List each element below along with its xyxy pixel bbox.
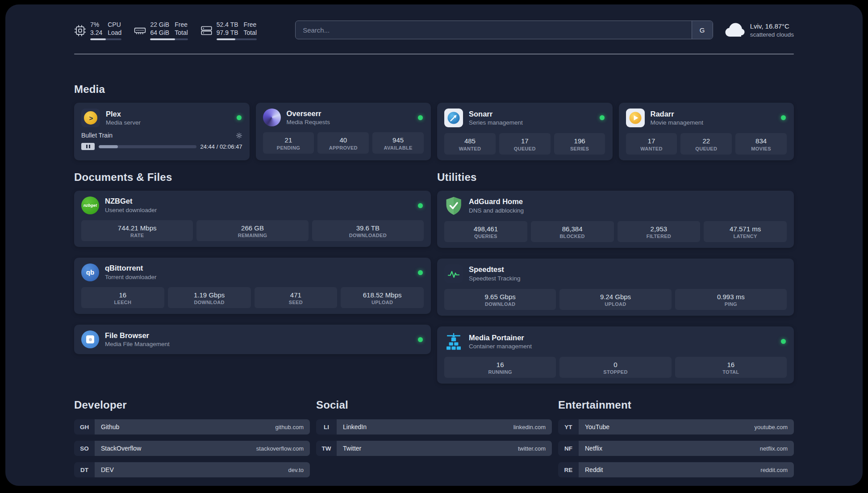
memory-label-bottom: Total bbox=[175, 29, 188, 37]
stat-label: QUEUED bbox=[682, 146, 730, 151]
stat-label: TOTAL bbox=[677, 369, 785, 375]
bookmark-linkedin[interactable]: LI LinkedIn linkedin.com bbox=[316, 419, 552, 435]
bookmark-twitter[interactable]: TW Twitter twitter.com bbox=[316, 441, 552, 456]
status-dot bbox=[418, 115, 423, 120]
stat-label: REMAINING bbox=[198, 233, 306, 238]
cpu-percent: 7% bbox=[90, 21, 102, 29]
service-card-qbittorrent[interactable]: qb qBittorrent Torrent downloader 16 bbox=[74, 258, 431, 314]
bookmarks-social: Social LI LinkedIn linkedin.com TW Twitt… bbox=[316, 399, 552, 456]
topbar-divider bbox=[74, 54, 794, 54]
card-header: Media Portainer Container management bbox=[444, 332, 787, 351]
playback-row: 24:44 / 02:06:47 bbox=[81, 143, 242, 150]
service-card-plex[interactable]: > Plex Media server Bullet Train bbox=[74, 103, 250, 160]
memory-progress-bar bbox=[150, 38, 188, 40]
stat-label: QUEUED bbox=[501, 146, 549, 151]
cpu-progress-bar bbox=[90, 38, 121, 40]
bookmark-domain: youtube.com bbox=[755, 424, 788, 430]
card-titles: AdGuard Home DNS and adblocking bbox=[469, 197, 524, 214]
service-card-filebrowser[interactable]: File Browser Media File Management bbox=[74, 325, 431, 354]
stats-row: 21 PENDING 40 APPROVED 945 AVAILABLE bbox=[263, 132, 424, 153]
service-card-adguard[interactable]: AdGuard Home DNS and adblocking 498,461 … bbox=[437, 191, 794, 248]
stat-value: 744.21 Mbps bbox=[83, 224, 191, 233]
bookmark-github[interactable]: GH Github github.com bbox=[74, 419, 310, 435]
gear-icon[interactable] bbox=[236, 132, 242, 139]
stat-label: MOVIES bbox=[737, 146, 785, 151]
search-provider-button[interactable]: G bbox=[692, 21, 713, 39]
bookmark-list: GH Github github.com SO StackOverflow st… bbox=[74, 419, 310, 477]
sonarr-icon bbox=[444, 109, 463, 127]
card-subtitle: DNS and adblocking bbox=[469, 207, 524, 215]
service-card-speedtest[interactable]: Speedtest Speedtest Tracking 9.65 Gbps D… bbox=[437, 259, 794, 316]
status-dot bbox=[418, 203, 423, 208]
card-title: File Browser bbox=[105, 331, 170, 340]
now-playing-widget: Bullet Train bbox=[81, 132, 242, 150]
utilities-section: Utilities bbox=[437, 171, 794, 384]
memory-icon bbox=[134, 25, 146, 37]
disk-label-bottom: Total bbox=[244, 29, 257, 37]
bookmark-abbr: YT bbox=[558, 419, 579, 435]
section-title-utilities: Utilities bbox=[437, 171, 794, 184]
stat-value: 39.6 TB bbox=[314, 224, 422, 233]
bookmark-domain: netflix.com bbox=[760, 445, 788, 452]
weather-widget: Lviv, 16.87°C scattered clouds bbox=[725, 22, 794, 39]
bookmark-abbr: RE bbox=[558, 462, 579, 477]
overseerr-icon bbox=[263, 109, 281, 126]
card-titles: Overseerr Media Requests bbox=[287, 109, 330, 126]
stat-label: QUERIES bbox=[446, 234, 526, 239]
stat-value: 266 GB bbox=[198, 224, 306, 233]
card-title: Sonarr bbox=[469, 109, 523, 119]
card-titles: Plex Media server bbox=[106, 109, 141, 127]
utilities-cards: AdGuard Home DNS and adblocking 498,461 … bbox=[437, 191, 794, 384]
search-input[interactable] bbox=[296, 21, 692, 39]
service-card-radarr[interactable]: Radarr Movie management 17 WANTED 22 QUE… bbox=[619, 103, 794, 160]
stat-value: 17 bbox=[628, 137, 676, 146]
stat-tile: 471 SEED bbox=[255, 287, 338, 308]
weather-text: Lviv, 16.87°C scattered clouds bbox=[750, 22, 794, 39]
plex-icon: > bbox=[81, 109, 100, 127]
stat-value: 17 bbox=[501, 137, 549, 146]
stat-value: 485 bbox=[446, 137, 494, 146]
bookmark-name: Netflix bbox=[585, 445, 602, 452]
playback-progress-bar bbox=[99, 145, 196, 148]
service-card-portainer[interactable]: Media Portainer Container management 16 … bbox=[437, 326, 794, 384]
stat-tile: 2,953 FILTERED bbox=[618, 221, 701, 242]
bookmark-reddit[interactable]: RE Reddit reddit.com bbox=[558, 462, 794, 477]
stat-label: WANTED bbox=[446, 146, 494, 151]
service-card-sonarr[interactable]: Sonarr Series management 485 WANTED 17 Q… bbox=[437, 103, 613, 160]
card-header: Speedtest Speedtest Tracking bbox=[444, 264, 787, 283]
cpu-progress-fill bbox=[90, 38, 106, 40]
bookmark-youtube[interactable]: YT YouTube youtube.com bbox=[558, 419, 794, 435]
card-title: NZBGet bbox=[105, 196, 157, 206]
bookmark-dev[interactable]: DT DEV dev.to bbox=[74, 462, 310, 477]
bookmark-list: LI LinkedIn linkedin.com TW Twitter twit… bbox=[316, 419, 552, 456]
stats-row: 17 WANTED 22 QUEUED 834 MOVIES bbox=[626, 133, 787, 154]
section-title-developer: Developer bbox=[74, 399, 310, 411]
card-subtitle: Speedtest Tracking bbox=[469, 275, 521, 283]
service-card-nzbget[interactable]: nzbget NZBGet Usenet downloader 744.21 M… bbox=[74, 191, 431, 247]
stat-tile: 0 STOPPED bbox=[559, 357, 671, 378]
card-titles: Sonarr Series management bbox=[469, 109, 523, 127]
card-title: Media Portainer bbox=[469, 333, 532, 343]
stat-value: 945 bbox=[374, 136, 422, 145]
card-subtitle: Usenet downloader bbox=[105, 206, 157, 214]
stat-value: 21 bbox=[265, 136, 313, 145]
cloud-icon bbox=[725, 22, 745, 39]
bookmark-name: Github bbox=[101, 423, 119, 430]
stat-value: 1.19 Gbps bbox=[170, 291, 249, 300]
stat-label: PING bbox=[677, 301, 785, 307]
stats-row: 16 LEECH 1.19 Gbps DOWNLOAD 471 SEED bbox=[81, 287, 424, 308]
bookmark-abbr: SO bbox=[74, 441, 95, 456]
speedtest-icon bbox=[444, 264, 463, 283]
card-subtitle: Media server bbox=[106, 119, 141, 127]
stat-value: 471 bbox=[256, 291, 336, 300]
bookmark-name: Reddit bbox=[585, 466, 603, 473]
card-subtitle: Container management bbox=[469, 343, 532, 351]
card-titles: NZBGet Usenet downloader bbox=[105, 196, 157, 214]
bookmark-stackoverflow[interactable]: SO StackOverflow stackoverflow.com bbox=[74, 441, 310, 456]
card-subtitle: Series management bbox=[469, 119, 523, 127]
stats-row: 16 RUNNING 0 STOPPED 16 TOTAL bbox=[444, 357, 787, 378]
stats-row: 9.65 Gbps DOWNLOAD 9.24 Gbps UPLOAD 0.99… bbox=[444, 289, 787, 310]
memory-progress-fill bbox=[150, 38, 175, 40]
bookmark-netflix[interactable]: NF Netflix netflix.com bbox=[558, 441, 794, 456]
service-card-overseerr[interactable]: Overseerr Media Requests 21 PENDING 40 A… bbox=[256, 103, 431, 160]
